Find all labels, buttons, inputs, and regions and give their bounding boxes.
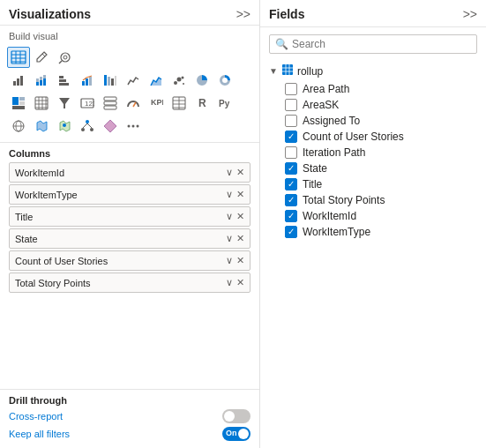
svg-rect-24 (89, 77, 92, 86)
viz-icon-r[interactable]: R (191, 93, 213, 114)
svg-point-66 (81, 128, 85, 131)
col-close-icon-workitemtype[interactable]: ✕ (236, 189, 244, 200)
tree-item-iterationpath[interactable]: Iteration Path (281, 145, 479, 161)
tree-group-rollup: ▼ rollup Area Path (260, 61, 486, 240)
col-chevron-icon-workitemid[interactable]: ∨ (226, 167, 233, 178)
left-panel-expand-icon[interactable]: >> (236, 7, 250, 21)
col-chevron-icon-state[interactable]: ∨ (226, 233, 233, 244)
viz-icon-treemap[interactable] (7, 93, 30, 114)
col-chevron-icon-title[interactable]: ∨ (226, 211, 233, 222)
viz-icon-card[interactable]: 123 (76, 93, 99, 114)
col-close-icon-count-userstories[interactable]: ✕ (236, 255, 244, 266)
checkbox-workitemtype[interactable] (285, 226, 297, 238)
checkbox-areask[interactable] (285, 99, 297, 111)
cross-report-toggle-thumb (224, 411, 235, 422)
viz-icon-hbar[interactable] (53, 70, 76, 91)
tree-item-totalstorypoints[interactable]: Total Story Points (281, 192, 479, 208)
column-item-workitemtype[interactable]: WorkItemType ∨ ✕ (9, 184, 250, 205)
column-item-count-userstories[interactable]: Count of User Stories ∨ ✕ (9, 250, 250, 271)
col-close-icon-workitemid[interactable]: ✕ (236, 167, 244, 178)
keep-filters-on-label: On (226, 429, 237, 437)
checkbox-count-userstories[interactable] (285, 131, 297, 143)
viz-icon-table2[interactable] (168, 93, 191, 114)
checkbox-totalstorypoints[interactable] (285, 194, 297, 206)
svg-point-64 (63, 123, 66, 127)
column-item-state[interactable]: State ∨ ✕ (9, 228, 250, 249)
svg-rect-28 (115, 76, 116, 86)
viz-icon-multirow[interactable] (99, 93, 122, 114)
column-item-workitemid[interactable]: WorkItemId ∨ ✕ (9, 162, 250, 183)
col-close-icon-state[interactable]: ✕ (236, 233, 244, 244)
cross-report-toggle[interactable]: Off (222, 409, 250, 423)
viz-icon-line[interactable] (122, 70, 145, 91)
viz-icon-azuremap[interactable] (53, 116, 76, 137)
cross-report-toggle-track[interactable]: Off (222, 409, 250, 423)
tree-item-label-title: Title (303, 178, 322, 190)
viz-icon-scatter[interactable] (168, 70, 191, 91)
checkbox-state[interactable] (285, 162, 297, 175)
left-panel: Visualizations >> Build visual (0, 0, 260, 448)
tree-item-label-workitemid: WorkItemId (303, 210, 356, 222)
column-item-title[interactable]: Title ∨ ✕ (9, 206, 250, 227)
viz-icon-area[interactable] (145, 70, 168, 91)
col-chevron-icon-workitemtype[interactable]: ∨ (226, 189, 233, 200)
tree-item-label-areapath: Area Path (303, 83, 349, 95)
cross-report-link[interactable]: Cross-report (9, 411, 63, 422)
viz-icon-ribbon[interactable] (99, 70, 122, 91)
viz-icon-donut[interactable] (213, 70, 236, 91)
checkbox-assignedto[interactable] (285, 115, 297, 127)
viz-icon-py[interactable]: Py (213, 93, 236, 114)
svg-rect-26 (108, 77, 110, 86)
tree-group-name-rollup: rollup (297, 65, 323, 78)
svg-rect-17 (43, 78, 46, 86)
tree-item-areask[interactable]: AreaSK (281, 97, 479, 113)
viz-icon-stacked-bar[interactable] (30, 70, 53, 91)
viz-icon-combo[interactable] (76, 70, 99, 91)
tree-item-areapath[interactable]: Area Path (281, 81, 479, 97)
viz-icon-chart-search[interactable] (53, 47, 76, 68)
col-chevron-icon-total-storypoints[interactable]: ∨ (226, 277, 233, 288)
viz-icon-pen[interactable] (30, 47, 53, 68)
tree-item-title[interactable]: Title (281, 176, 479, 192)
column-item-total-storypoints[interactable]: Total Story Points ∨ ✕ (9, 273, 250, 293)
right-panel-expand-icon[interactable]: >> (463, 7, 477, 21)
viz-icon-filter[interactable] (53, 93, 76, 114)
columns-label: Columns (9, 148, 250, 159)
tree-item-assignedto[interactable]: Assigned To (281, 113, 479, 129)
tree-item-count-userstories[interactable]: Count of User Stories (281, 129, 479, 145)
svg-text:123: 123 (85, 100, 94, 108)
svg-rect-16 (40, 77, 42, 80)
viz-icon-fillmap[interactable] (30, 116, 53, 137)
tree-item-label-workitemtype: WorkItemType (303, 226, 370, 238)
search-input[interactable] (292, 38, 471, 50)
search-box[interactable]: 🔍 (269, 34, 477, 54)
col-close-icon-title[interactable]: ✕ (236, 211, 244, 222)
tree-item-workitemid[interactable]: WorkItemId (281, 208, 479, 224)
drill-section-label: Drill through (9, 395, 250, 406)
viz-icon-pie[interactable] (191, 70, 213, 91)
viz-row-4 (7, 116, 252, 137)
checkbox-workitemid[interactable] (285, 210, 297, 222)
viz-icon-decomp[interactable] (76, 116, 99, 137)
col-chevron-icon-count-userstories[interactable]: ∨ (226, 255, 233, 266)
tree-item-workitemtype[interactable]: WorkItemType (281, 224, 479, 240)
viz-icon-diamond[interactable] (99, 116, 122, 137)
viz-icon-more[interactable] (122, 116, 145, 137)
checkbox-iterationpath[interactable] (285, 146, 297, 159)
checkbox-title[interactable] (285, 178, 297, 190)
viz-icon-table[interactable] (7, 47, 30, 68)
keep-filters-link[interactable]: Keep all filters (9, 429, 70, 439)
viz-icon-gauge[interactable] (122, 93, 145, 114)
viz-icon-kpi[interactable]: KPI (145, 93, 168, 114)
checkbox-areapath[interactable] (285, 83, 297, 95)
viz-icon-bar[interactable] (7, 70, 30, 91)
tree-item-state[interactable]: State (281, 161, 479, 176)
svg-point-73 (137, 125, 139, 128)
keep-filters-toggle[interactable]: On (222, 427, 250, 441)
col-close-icon-total-storypoints[interactable]: ✕ (236, 277, 244, 288)
viz-icon-map[interactable] (7, 116, 30, 137)
column-item-label-count-userstories: Count of User Stories (15, 256, 226, 266)
tree-group-header-rollup[interactable]: ▼ rollup (267, 61, 479, 81)
viz-icon-matrix[interactable] (30, 93, 53, 114)
keep-filters-toggle-track[interactable]: On (222, 427, 250, 441)
